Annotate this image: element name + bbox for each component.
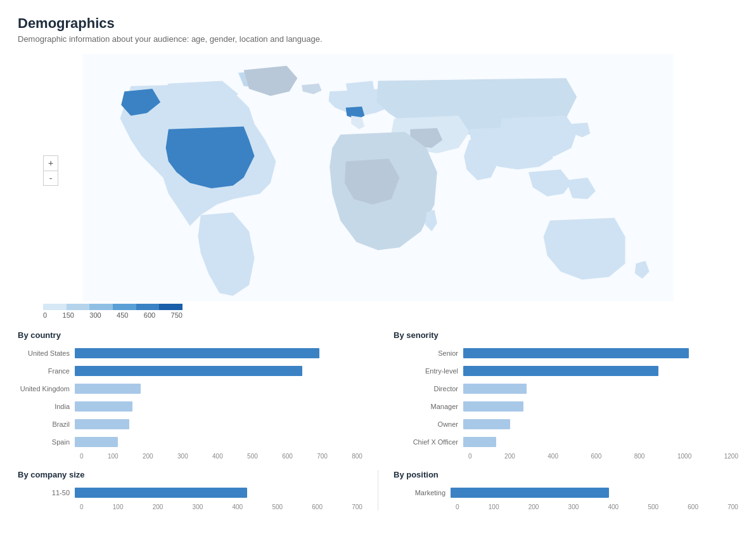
- bar-fill: [75, 384, 141, 394]
- bar-label: France: [18, 367, 75, 375]
- by-position-title: By position: [394, 470, 738, 479]
- by-country-chart: United States France United Kingdom: [18, 346, 362, 449]
- by-country-x-axis: 0 100 200 300 400 500 600 700 800: [80, 453, 362, 460]
- table-row: Marketing: [394, 486, 738, 500]
- bar-fill: [463, 437, 496, 447]
- legend-label-150: 150: [63, 311, 74, 319]
- bar-track: [75, 419, 362, 429]
- charts-row-1: By country United States France: [18, 330, 738, 460]
- table-row: Spain: [18, 435, 362, 449]
- zoom-out-button[interactable]: -: [43, 171, 58, 186]
- bar-fill: [451, 488, 609, 498]
- map-legend: 0 150 300 450 600 750: [43, 304, 738, 319]
- page-subtitle: Demographic information about your audie…: [18, 34, 738, 44]
- by-position-chart: Marketing: [394, 486, 738, 500]
- table-row: Senior: [394, 346, 738, 360]
- by-country-title: By country: [18, 330, 362, 340]
- table-row: 11-50: [18, 486, 362, 500]
- bar-fill: [75, 419, 129, 429]
- legend-label-750: 750: [171, 311, 183, 319]
- page-title: Demographics: [18, 15, 738, 32]
- zoom-in-button[interactable]: +: [43, 155, 58, 171]
- world-map: [18, 54, 738, 301]
- bar-fill: [75, 348, 319, 358]
- chart-divider-2: [378, 470, 378, 510]
- bar-fill: [463, 348, 689, 358]
- bar-fill: [75, 401, 132, 412]
- table-row: Director: [394, 382, 738, 396]
- bar-fill: [75, 366, 302, 376]
- bar-track: [75, 384, 362, 394]
- bar-label: Owner: [394, 420, 463, 428]
- by-senority-panel: By senority Senior Entry-level: [394, 330, 738, 460]
- bar-label: 11-50: [18, 489, 75, 497]
- legend-label-600: 600: [144, 311, 155, 319]
- bar-label: Marketing: [394, 489, 451, 497]
- bar-label: Spain: [18, 438, 75, 446]
- bar-track: [463, 419, 738, 429]
- table-row: Manager: [394, 399, 738, 413]
- bar-label: Entry-level: [394, 367, 463, 375]
- map-zoom-controls: + -: [43, 155, 58, 186]
- by-country-panel: By country United States France: [18, 330, 362, 460]
- bar-fill: [463, 419, 510, 429]
- legend-label-450: 450: [117, 311, 128, 319]
- bar-track: [463, 384, 738, 394]
- by-senority-title: By senority: [394, 330, 738, 340]
- bar-label: Brazil: [18, 420, 75, 428]
- bar-label: Chief X Officer: [394, 438, 463, 446]
- bar-track: [463, 401, 738, 412]
- page-container: Demographics Demographic information abo…: [0, 0, 756, 539]
- table-row: United Kingdom: [18, 382, 362, 396]
- map-section: + -: [18, 54, 738, 320]
- table-row: Owner: [394, 417, 738, 431]
- bar-fill: [463, 366, 658, 376]
- bar-fill: [463, 401, 523, 412]
- by-company-size-chart: 11-50: [18, 486, 362, 500]
- table-row: Chief X Officer: [394, 435, 738, 449]
- by-senority-x-axis: 0 200 400 600 800 1000 1200: [468, 453, 738, 460]
- bar-label: United States: [18, 349, 75, 357]
- bar-label: Director: [394, 385, 463, 393]
- legend-labels: 0 150 300 450 600 750: [43, 311, 183, 319]
- bar-track: [463, 348, 738, 358]
- bar-label: United Kingdom: [18, 385, 75, 393]
- bar-track: [75, 401, 362, 412]
- bar-track: [75, 366, 362, 376]
- bar-label: Senior: [394, 349, 463, 357]
- by-position-x-axis: 0 100 200 300 400 500 600 700: [456, 503, 738, 510]
- table-row: India: [18, 399, 362, 413]
- legend-label-300: 300: [89, 311, 101, 319]
- bar-track: [463, 437, 738, 447]
- bar-fill: [75, 437, 118, 447]
- by-company-size-x-axis: 0 100 200 300 400 500 600 700: [80, 503, 362, 510]
- bar-label: Manager: [394, 403, 463, 410]
- legend-bar: [43, 304, 183, 310]
- bar-fill: [463, 384, 527, 394]
- table-row: Brazil: [18, 417, 362, 431]
- table-row: France: [18, 364, 362, 378]
- bar-track: [75, 437, 362, 447]
- bar-fill: [75, 488, 247, 498]
- charts-row-2: By company size 11-50 0 100 200 300 400 …: [18, 470, 738, 510]
- bar-track: [75, 488, 362, 498]
- map-container: + -: [18, 54, 738, 301]
- by-position-panel: By position Marketing 0 100 200 300 400 …: [394, 470, 738, 510]
- bar-track: [463, 366, 738, 376]
- by-company-size-panel: By company size 11-50 0 100 200 300 400 …: [18, 470, 362, 510]
- by-company-size-title: By company size: [18, 470, 362, 479]
- by-senority-chart: Senior Entry-level Director: [394, 346, 738, 449]
- bar-label: India: [18, 403, 75, 410]
- legend-label-0: 0: [43, 311, 47, 319]
- bar-track: [75, 348, 362, 358]
- bar-track: [451, 488, 738, 498]
- table-row: United States: [18, 346, 362, 360]
- table-row: Entry-level: [394, 364, 738, 378]
